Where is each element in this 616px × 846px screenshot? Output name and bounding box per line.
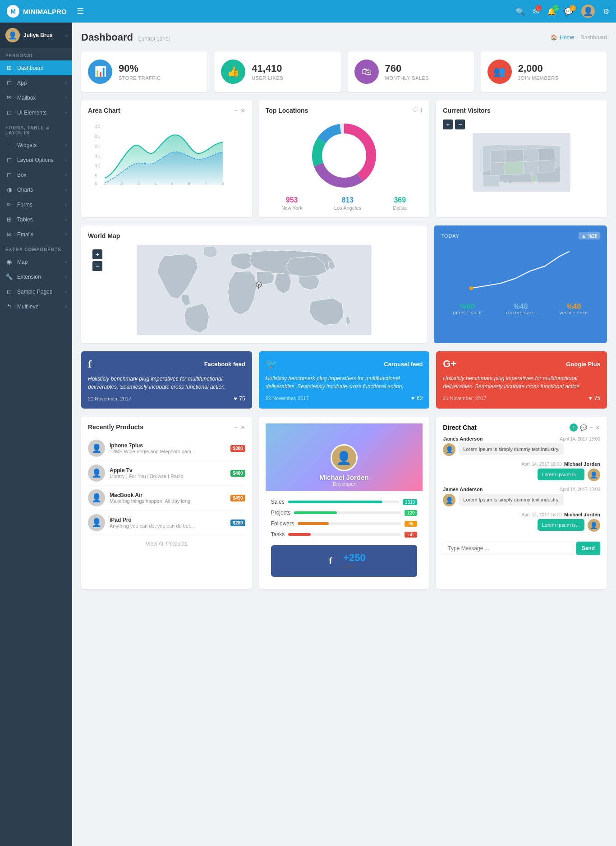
ui-elements-icon: ◻ (5, 109, 13, 116)
area-chart-actions: − ✕ (234, 107, 245, 114)
profile-stat-label-followers: Followers (271, 520, 294, 527)
chat-send-button[interactable]: Send (576, 542, 600, 555)
tw-likes: ♥ 62 (411, 395, 423, 401)
profile-stat-count-projects: 120 (405, 510, 417, 516)
chat-avatar-3: 👤 (588, 519, 600, 532)
profile-stat-bar-sales (288, 501, 382, 503)
nav-icon-group: 🔍 ✉ 3 🔔 5 💬 2 👤 ⚙ (516, 5, 609, 18)
sidebar-item-multilevel[interactable]: ↰ Multilevel › (0, 299, 72, 314)
worldmap-zoom-in[interactable]: + (92, 249, 102, 259)
sidebar-item-app[interactable]: ◻ App › (0, 75, 72, 90)
product-item-0: 👤 Iphone 7plus 12MP Wide-angle and telep… (88, 436, 245, 461)
visitors-map-zoom-in[interactable]: + (443, 120, 453, 129)
worldmap-title: World Map (88, 232, 120, 239)
sidebar-item-ui-elements[interactable]: ◻ UI Elements › (0, 105, 72, 120)
chat-msg-time-2: April 14, 2017 18:00 (560, 487, 600, 492)
gp-like-count: 75 (594, 395, 600, 401)
sidebar-item-tables[interactable]: ⊞ Tables › (0, 212, 72, 227)
breadcrumb-home[interactable]: Home (560, 34, 574, 41)
current-visitors-card: Current Visitors + − (436, 100, 607, 217)
today-stat-whole: %40 WHOLE SALE (560, 303, 588, 315)
products-minimize[interactable]: − (234, 424, 238, 431)
chat-header-actions: 1 💬 − ✕ (570, 423, 600, 432)
stat-value-traffic: 90% (119, 63, 161, 74)
profile-name: Michael Jorden (319, 474, 368, 481)
sidebar-item-mailbox[interactable]: ✉ Mailbox › (0, 90, 72, 105)
product-item-1: 👤 Apple Tv Library | For You | Browse | … (88, 461, 245, 486)
sidebar-item-box[interactable]: ◻ Box › (0, 167, 72, 182)
products-actions: − ✕ (234, 424, 245, 431)
chat-msg-body-2: 👤 Lorem Ipsum is simply dummy text indus… (443, 494, 600, 506)
sidebar-item-map[interactable]: ◉ Map › (0, 254, 72, 269)
area-chart-minimize[interactable]: − (234, 107, 238, 114)
sidebar-item-dashboard[interactable]: ⊞ Dashboard › (0, 60, 72, 75)
tw-text: Holisticly benchmark plug imperatives fo… (266, 374, 423, 391)
settings-nav-icon[interactable]: ⚙ (603, 7, 609, 16)
chat-avatar-1: 👤 (588, 469, 600, 481)
extension-icon: 🔧 (5, 273, 13, 280)
charts-row: Area Chart − ✕ 30 (81, 100, 607, 217)
sidebar-item-layout-options[interactable]: ◻ Layout Options › (0, 152, 72, 167)
charts-icon: ◑ (5, 186, 13, 193)
svg-text:20: 20 (95, 144, 101, 148)
donut-wrap (266, 120, 423, 192)
sidebar-item-sample-pages[interactable]: ◻ Sample Pages › (0, 284, 72, 299)
page-title: Dashboard (81, 32, 133, 43)
user-avatar-nav[interactable]: 👤 (581, 5, 595, 18)
fb-feed-label: Facebook feed (204, 361, 245, 368)
top-navigation: M MINIMALPRO ☰ 🔍 ✉ 3 🔔 5 💬 2 👤 ⚙ (0, 0, 616, 23)
search-nav-icon[interactable]: 🔍 (516, 7, 525, 16)
brand-logo[interactable]: M MINIMALPRO (7, 5, 77, 18)
layout-icon: ◻ (5, 156, 13, 163)
tables-icon: ⊞ (5, 216, 13, 223)
worldmap-card: World Map + − (81, 225, 427, 343)
sidebar-item-charts[interactable]: ◑ Charts › (0, 182, 72, 197)
donut-chart-header: Top Locations ℹ (266, 107, 423, 114)
chat-msg-body-1: 👤 Lorem Ipsum is... (443, 469, 600, 481)
today-stats: %60 DIRECT SALE %40 ONLINE SALE %40 WHOL… (441, 303, 600, 315)
chat-close-btn[interactable]: ✕ (595, 424, 600, 431)
today-badge: ▲ %20 (579, 232, 600, 239)
view-all-products-button[interactable]: View All Products (88, 541, 245, 547)
stat-card-likes: 👍 41,410 USER LIKES (214, 51, 340, 92)
loc-value-dallas: 369 (393, 196, 407, 204)
chat-action-icon1[interactable]: 💬 (580, 424, 587, 431)
sidebar-section-extra: EXTRA COMPONENTS (0, 242, 72, 254)
donut-info-icon: ℹ (420, 107, 423, 114)
worldmap-zoom-out[interactable]: − (92, 261, 102, 271)
chat-nav-icon[interactable]: 💬 2 (564, 7, 573, 16)
stat-label-members: JOIN MEMBERS (518, 75, 559, 81)
area-chart-header: Area Chart − ✕ (88, 107, 245, 114)
area-chart-card: Area Chart − ✕ 30 (81, 100, 252, 217)
profile-stat-tasks: Tasks 58 (271, 529, 418, 540)
breadcrumb-current: Dashboard (580, 34, 607, 41)
chat-minimize-btn[interactable]: − (589, 424, 593, 431)
sidebar-item-forms[interactable]: ✏ Forms › (0, 197, 72, 212)
sidebar-item-emails[interactable]: ✉ Emails › (0, 227, 72, 242)
visitors-map-zoom-out[interactable]: − (455, 120, 465, 129)
sidebar-item-extension[interactable]: 🔧 Extension › (0, 269, 72, 284)
products-card: Recently Products − ✕ 👤 Iphone 7plus 12M… (81, 417, 252, 589)
today-card: TODAY ▲ %20 %60 DIRECT SALE %40 ONLINE S… (434, 225, 607, 343)
today-whole-value: %40 (560, 303, 588, 311)
area-chart-close[interactable]: ✕ (240, 107, 245, 114)
chat-msg-meta-3: April 14, 2017 18:00 Michael Jorden (443, 512, 600, 517)
notification-badge: 5 (552, 5, 559, 11)
product-price-1: $400 (230, 470, 245, 477)
product-desc-1: Library | For You | Browse | Radio (110, 474, 226, 479)
sidebar-user[interactable]: 👤 Juliya Brus › (0, 23, 72, 48)
products-close[interactable]: ✕ (240, 424, 245, 431)
profile-stat-sales: Sales 1310 (271, 497, 418, 507)
social-row: f Facebook feed Holisticly benchmark plu… (81, 351, 607, 409)
notification-nav-icon[interactable]: 🔔 5 (547, 7, 556, 16)
profile-stat-bar-tasks (288, 533, 311, 536)
email-nav-icon[interactable]: ✉ 3 (533, 7, 539, 16)
product-desc-2: Make big things happen. All day long. (110, 498, 226, 504)
sidebar-item-widgets[interactable]: ≡ Widgets › (0, 138, 72, 152)
current-visitors-title: Current Visitors (443, 107, 491, 114)
hamburger-menu[interactable]: ☰ (77, 6, 84, 16)
profile-stat-count-tasks: 58 (405, 532, 417, 538)
chat-message-input[interactable] (443, 542, 574, 555)
dashboard-icon: ⊞ (5, 64, 13, 71)
product-price-0: $300 (230, 445, 245, 452)
